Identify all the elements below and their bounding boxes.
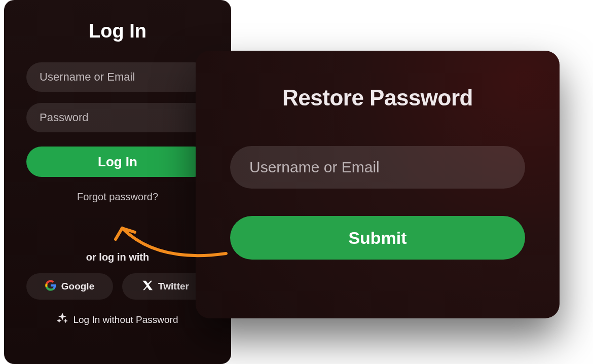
password-input[interactable] (26, 103, 209, 132)
google-login-button[interactable]: Google (26, 273, 113, 300)
restore-title: Restore Password (230, 85, 525, 111)
google-icon (45, 280, 56, 294)
sparkle-icon (57, 313, 68, 326)
or-login-with-label: or log in with (26, 251, 209, 263)
x-icon (142, 280, 153, 294)
forgot-password-link[interactable]: Forgot password? (26, 191, 209, 203)
twitter-login-label: Twitter (158, 281, 189, 292)
social-login-row: Google Twitter (26, 273, 209, 300)
login-title: Log In (26, 20, 209, 42)
restore-username-input[interactable] (230, 146, 525, 189)
passwordless-login-label: Log In without Password (73, 314, 178, 325)
login-button[interactable]: Log In (26, 147, 209, 177)
restore-submit-button[interactable]: Submit (230, 216, 525, 260)
passwordless-login-button[interactable]: Log In without Password (26, 313, 209, 326)
username-input[interactable] (26, 62, 209, 92)
restore-password-panel: Restore Password Submit (196, 51, 560, 318)
google-login-label: Google (61, 281, 94, 292)
